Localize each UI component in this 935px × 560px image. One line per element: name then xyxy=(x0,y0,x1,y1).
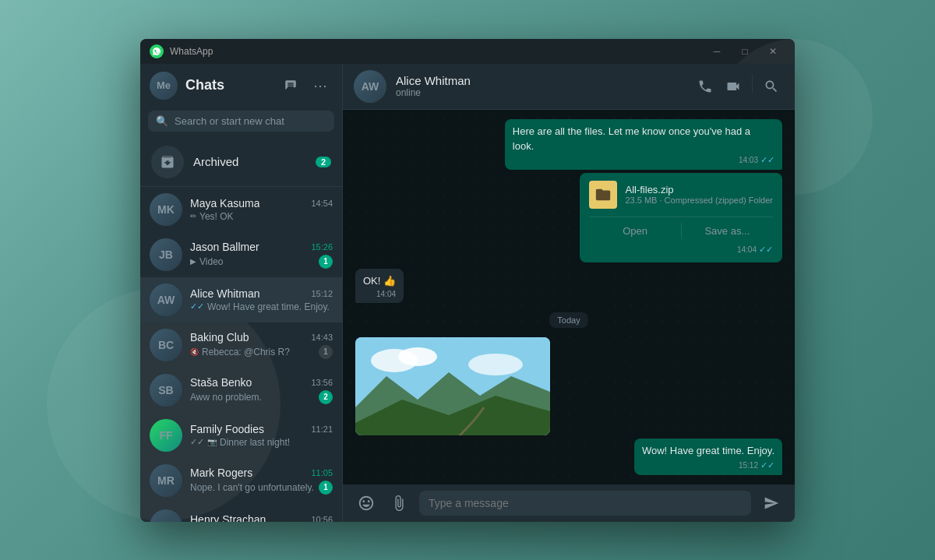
chat-item[interactable]: MK Maya Kasuma 14:54 ✏ Yes! OK xyxy=(140,187,342,232)
chat-time: 11:05 xyxy=(311,468,333,477)
chat-time: 15:26 xyxy=(311,242,333,252)
avatar: AW xyxy=(150,284,182,316)
chat-input-bar xyxy=(343,484,795,522)
message-time: 14:04 xyxy=(376,290,396,298)
message: Here are all the files. Let me know once… xyxy=(505,119,782,170)
message-time: 15:12 xyxy=(739,461,758,470)
chat-name: Jason Ballmer xyxy=(190,241,259,253)
chat-name: Family Foodies xyxy=(190,423,264,435)
avatar: MR xyxy=(150,464,182,497)
archived-badge: 2 xyxy=(316,157,331,167)
avatar: MK xyxy=(150,193,182,226)
new-chat-button[interactable] xyxy=(278,73,303,98)
chat-preview: Rebecca: @Chris R? xyxy=(202,347,316,357)
chat-item[interactable]: AW Alice Whitman 15:12 ✓✓ Wow! Have grea… xyxy=(140,277,342,322)
close-button[interactable]: ✕ xyxy=(760,39,785,64)
chat-preview: Yes! OK xyxy=(199,211,333,222)
chat-item[interactable]: SB Staša Benko 13:56 Aww no problem. 2 xyxy=(140,368,342,413)
contact-status: online xyxy=(396,87,683,98)
read-receipt: ✓✓ xyxy=(760,460,774,470)
read-receipt: ✓✓ xyxy=(760,155,774,165)
chat-item[interactable]: JB Jason Ballmer 15:26 ▶ Video 1 xyxy=(140,232,342,277)
chat-preview: Dinner last night! xyxy=(220,437,333,448)
chat-preview: Wow! Have great time. Enjoy. xyxy=(207,301,333,312)
avatar: BC xyxy=(150,329,182,361)
chat-preview: Video xyxy=(199,256,316,267)
unread-badge: 1 xyxy=(319,481,333,495)
chat-time: 14:43 xyxy=(311,333,333,342)
main-content: Me Chats ⋯ 🔍 xyxy=(140,64,795,522)
sidebar: Me Chats ⋯ 🔍 xyxy=(140,64,343,522)
app-window: WhatsApp ─ □ ✕ Me Chats xyxy=(140,39,795,522)
sidebar-title: Chats xyxy=(185,77,270,93)
message-text: OK! 👍 xyxy=(363,275,396,287)
search-input[interactable] xyxy=(175,115,326,127)
chat-item[interactable]: FF Family Foodies 11:21 ✓✓ 📷 Dinner last… xyxy=(140,413,342,458)
chat-info: Henry Strachan 10:56 typing... xyxy=(190,513,333,522)
photo-message: So beautiful here! 15:06 ❤️ xyxy=(355,337,550,435)
chat-name: Henry Strachan xyxy=(190,513,266,522)
message-text: Wow! Have great time. Enjoy. xyxy=(642,445,774,456)
chat-list: Archived 2 MK Maya Kasuma 14:54 xyxy=(140,138,342,522)
avatar: HS xyxy=(150,509,182,522)
day-label: Today xyxy=(549,312,587,328)
chat-info: Staša Benko 13:56 Aww no problem. 2 xyxy=(190,376,333,404)
svg-point-3 xyxy=(468,354,523,375)
chat-time: 10:56 xyxy=(311,515,333,522)
attach-button[interactable] xyxy=(386,491,411,516)
chat-info: Baking Club 14:43 🔇 Rebecca: @Chris R? 1 xyxy=(190,331,333,359)
chat-preview: Nope. I can't go unfortunately. xyxy=(190,482,316,493)
search-icon: 🔍 xyxy=(156,115,168,127)
file-details: All-files.zip 23.5 MB · Compressed (zipp… xyxy=(625,184,773,205)
voice-call-button[interactable] xyxy=(693,74,718,99)
chat-header: AW Alice Whitman online xyxy=(343,64,795,110)
search-messages-button[interactable] xyxy=(759,74,784,99)
chat-time: 15:12 xyxy=(311,289,333,298)
chat-info: Family Foodies 11:21 ✓✓ 📷 Dinner last ni… xyxy=(190,423,333,448)
chat-time: 13:56 xyxy=(311,378,333,387)
message-text: Here are all the files. Let me know once… xyxy=(513,125,750,152)
minimize-button[interactable]: ─ xyxy=(704,39,729,64)
send-button[interactable] xyxy=(759,491,784,516)
chat-item[interactable]: MR Mark Rogers 11:05 Nope. I can't go un… xyxy=(140,458,342,503)
chat-header-info: Alice Whitman online xyxy=(396,74,683,98)
avatar: FF xyxy=(150,419,182,452)
chat-time: 14:54 xyxy=(311,199,333,208)
emoji-button[interactable] xyxy=(354,491,379,516)
contact-avatar[interactable]: AW xyxy=(354,70,386,103)
file-icon xyxy=(589,181,617,209)
avatar: SB xyxy=(150,374,182,407)
titlebar-title: WhatsApp xyxy=(170,46,704,57)
svg-point-2 xyxy=(398,347,437,366)
sidebar-actions: ⋯ xyxy=(278,73,333,98)
file-name: All-files.zip xyxy=(625,184,773,195)
save-file-button[interactable]: Save as... xyxy=(681,222,773,240)
unread-badge: 1 xyxy=(319,345,333,359)
chat-info: Maya Kasuma 14:54 ✏ Yes! OK xyxy=(190,197,333,222)
user-avatar[interactable]: Me xyxy=(150,72,178,100)
day-divider: Today xyxy=(355,312,782,328)
message-time: 14:04 xyxy=(737,245,757,254)
sidebar-header: Me Chats ⋯ xyxy=(140,64,342,107)
archived-row[interactable]: Archived 2 xyxy=(140,138,342,187)
file-actions: Open Save as... xyxy=(589,217,773,240)
chat-name: Alice Whitman xyxy=(190,287,259,300)
avatar: JB xyxy=(150,238,182,271)
maximize-button[interactable]: □ xyxy=(732,39,757,64)
open-file-button[interactable]: Open xyxy=(589,222,680,240)
file-size: 23.5 MB · Compressed (zipped) Folder xyxy=(625,195,773,205)
chat-item[interactable]: BC Baking Club 14:43 🔇 Rebecca: @Chris R… xyxy=(140,322,342,368)
chat-area: AW Alice Whitman online xyxy=(343,64,795,522)
more-options-button[interactable]: ⋯ xyxy=(308,73,333,98)
chat-header-actions xyxy=(693,74,784,99)
chat-item[interactable]: HS Henry Strachan 10:56 typing... xyxy=(140,503,342,522)
chat-time: 11:21 xyxy=(311,424,333,434)
app-logo xyxy=(150,44,164,58)
chat-name: Baking Club xyxy=(190,331,249,343)
message-input[interactable] xyxy=(419,491,751,516)
archive-icon xyxy=(151,146,184,178)
archived-label: Archived xyxy=(193,155,316,168)
video-call-button[interactable] xyxy=(721,74,746,99)
chat-name: Maya Kasuma xyxy=(190,197,259,210)
photo-image xyxy=(355,337,550,435)
